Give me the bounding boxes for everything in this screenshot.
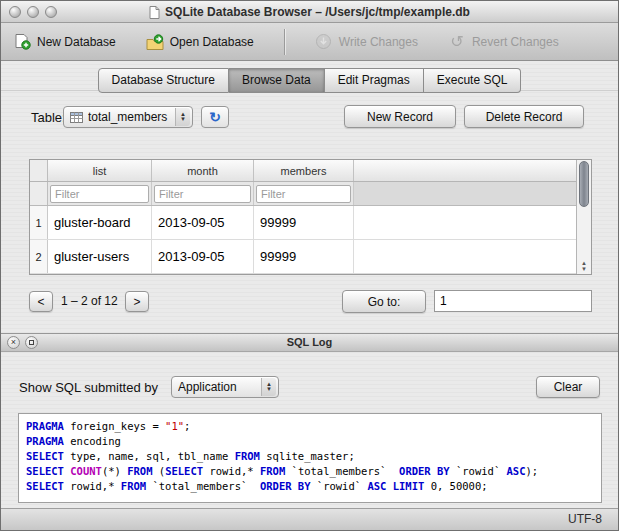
write-changes-icon bbox=[315, 33, 333, 51]
grid-body: list month members 1 glust bbox=[30, 160, 576, 274]
table-selector-value: total_members bbox=[88, 110, 170, 124]
sql-log-line: PRAGMA encoding bbox=[26, 434, 594, 449]
table-row[interactable]: 1 gluster-board 2013-09-05 99999 bbox=[30, 206, 576, 240]
row-number[interactable]: 1 bbox=[30, 206, 48, 239]
table-label: Table: bbox=[31, 110, 66, 125]
clear-button[interactable]: Clear bbox=[536, 376, 600, 398]
write-changes-label: Write Changes bbox=[339, 35, 418, 49]
sql-source-value: Application bbox=[178, 380, 256, 394]
scrollbar-arrows-icon[interactable]: ▲▼ bbox=[577, 260, 591, 272]
tab-bar: Database Structure Browse Data Edit Prag… bbox=[1, 68, 618, 93]
sql-log-code[interactable]: PRAGMA foreign_keys = "1";PRAGMA encodin… bbox=[18, 413, 602, 503]
refresh-icon: ↻ bbox=[209, 110, 221, 124]
goto-record-input[interactable] bbox=[434, 290, 592, 312]
new-database-icon bbox=[13, 33, 31, 51]
cell-list[interactable]: gluster-board bbox=[48, 206, 152, 239]
filter-cell bbox=[48, 182, 152, 205]
table-selector[interactable]: total_members ▲▼ bbox=[63, 106, 193, 128]
window-controls bbox=[9, 6, 57, 18]
filter-cell bbox=[152, 182, 254, 205]
new-database-label: New Database bbox=[37, 35, 116, 49]
zoom-button[interactable] bbox=[45, 6, 57, 18]
column-header-list[interactable]: list bbox=[48, 160, 152, 181]
filter-input-members[interactable] bbox=[256, 185, 351, 203]
open-database-button[interactable]: Open Database bbox=[146, 33, 254, 51]
dock-float-button[interactable] bbox=[25, 336, 38, 349]
dock-buttons: × bbox=[7, 336, 38, 349]
data-grid: list month members 1 glust bbox=[29, 159, 592, 275]
revert-changes-label: Revert Changes bbox=[472, 35, 559, 49]
toolbar: New Database Open Database Write Changes bbox=[1, 23, 618, 61]
refresh-button[interactable]: ↻ bbox=[201, 106, 229, 128]
document-icon bbox=[149, 6, 160, 19]
new-record-button[interactable]: New Record bbox=[344, 105, 456, 128]
toolbar-separator bbox=[284, 29, 285, 55]
open-database-label: Open Database bbox=[170, 35, 254, 49]
cell-list[interactable]: gluster-users bbox=[48, 240, 152, 273]
dock-close-button[interactable]: × bbox=[7, 336, 20, 349]
grid-header-row: list month members bbox=[30, 160, 576, 182]
sql-log-line: SELECT rowid,* FROM `total_members` ORDE… bbox=[26, 479, 594, 494]
cell-members[interactable]: 99999 bbox=[254, 240, 354, 273]
scrollbar-thumb[interactable] bbox=[579, 161, 589, 207]
filter-cell bbox=[254, 182, 354, 205]
delete-record-button[interactable]: Delete Record bbox=[464, 105, 584, 128]
cell-month[interactable]: 2013-09-05 bbox=[152, 206, 254, 239]
sql-log-title: SQL Log bbox=[1, 334, 618, 351]
grid-filter-filler bbox=[354, 182, 576, 205]
row-filler bbox=[354, 240, 576, 273]
status-bar: UTF-8 bbox=[1, 508, 618, 530]
title-bar: SQLite Database Browser – /Users/jc/tmp/… bbox=[1, 1, 618, 23]
sql-log-line: SELECT COUNT(*) FROM (SELECT rowid,* FRO… bbox=[26, 464, 594, 479]
float-icon bbox=[29, 340, 34, 345]
window-title-text: SQLite Database Browser – /Users/jc/tmp/… bbox=[165, 5, 470, 19]
grid-filter-corner bbox=[30, 182, 48, 205]
table-icon bbox=[70, 112, 83, 123]
revert-changes-icon: ↺ bbox=[448, 33, 466, 51]
sql-log-line: PRAGMA foreign_keys = "1"; bbox=[26, 419, 594, 434]
sql-log-header: × SQL Log bbox=[1, 333, 618, 352]
prev-page-button[interactable]: < bbox=[29, 291, 53, 312]
column-header-month[interactable]: month bbox=[152, 160, 254, 181]
record-range-label: 1 – 2 of 12 bbox=[61, 294, 118, 308]
goto-button[interactable]: Go to: bbox=[342, 290, 426, 313]
sql-source-selector[interactable]: Application ▲▼ bbox=[171, 376, 279, 398]
table-row[interactable]: 2 gluster-users 2013-09-05 99999 bbox=[30, 240, 576, 274]
tab-database-structure[interactable]: Database Structure bbox=[98, 68, 229, 93]
open-database-icon bbox=[146, 33, 164, 51]
grid-filter-row bbox=[30, 182, 576, 206]
write-changes-button[interactable]: Write Changes bbox=[315, 33, 418, 51]
window-title: SQLite Database Browser – /Users/jc/tmp/… bbox=[1, 1, 618, 23]
tab-browse-data[interactable]: Browse Data bbox=[229, 68, 325, 93]
show-sql-label: Show SQL submitted by bbox=[19, 380, 158, 395]
sql-log-line: SELECT type, name, sql, tbl_name FROM sq… bbox=[26, 449, 594, 464]
encoding-status: UTF-8 bbox=[568, 509, 602, 530]
new-database-button[interactable]: New Database bbox=[13, 33, 116, 51]
tab-edit-pragmas[interactable]: Edit Pragmas bbox=[325, 68, 424, 93]
next-page-button[interactable]: > bbox=[125, 291, 149, 312]
cell-month[interactable]: 2013-09-05 bbox=[152, 240, 254, 273]
revert-changes-button[interactable]: ↺ Revert Changes bbox=[448, 33, 559, 51]
app-window: SQLite Database Browser – /Users/jc/tmp/… bbox=[0, 0, 619, 531]
close-icon: × bbox=[11, 338, 16, 347]
grid-corner bbox=[30, 160, 48, 181]
combo-arrows-icon: ▲▼ bbox=[261, 378, 276, 396]
row-filler bbox=[354, 206, 576, 239]
row-number[interactable]: 2 bbox=[30, 240, 48, 273]
column-header-members[interactable]: members bbox=[254, 160, 354, 181]
minimize-button[interactable] bbox=[27, 6, 39, 18]
tab-execute-sql[interactable]: Execute SQL bbox=[424, 68, 522, 93]
combo-arrows-icon: ▲▼ bbox=[175, 108, 190, 126]
filter-input-list[interactable] bbox=[50, 185, 149, 203]
cell-members[interactable]: 99999 bbox=[254, 206, 354, 239]
vertical-scrollbar[interactable]: ▲▼ bbox=[576, 160, 591, 274]
grid-header-filler bbox=[354, 160, 576, 181]
filter-input-month[interactable] bbox=[154, 185, 251, 203]
close-button[interactable] bbox=[9, 6, 21, 18]
